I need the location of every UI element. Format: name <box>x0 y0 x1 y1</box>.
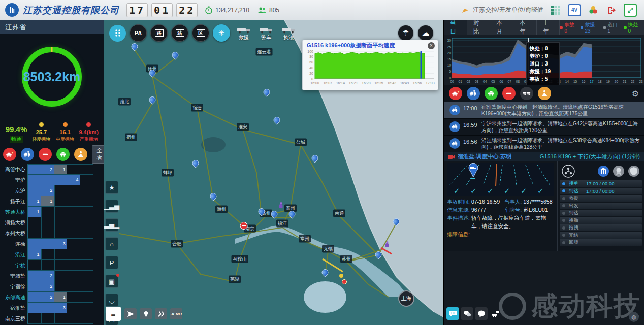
field-label: 信息来源: <box>447 206 470 214</box>
closure-marker-icon[interactable] <box>240 222 248 230</box>
construction-filter-icon[interactable] <box>74 148 87 161</box>
medal-icon[interactable] <box>613 165 625 177</box>
camera-icon[interactable]: ▣ <box>105 275 118 288</box>
timeline-step[interactable]: 到达 <box>560 210 642 216</box>
jeno-badge[interactable]: JENO <box>170 308 182 319</box>
map-sign-icon-站[interactable]: 站 <box>171 24 188 42</box>
closure-filter-icon[interactable] <box>502 87 516 100</box>
cluster-pin-icon[interactable] <box>289 211 296 217</box>
timeline-step[interactable]: 拖拽 <box>560 224 642 231</box>
app-grid-icon[interactable] <box>550 4 562 16</box>
tab-当日[interactable]: 当日 <box>444 20 467 35</box>
car-message-icon[interactable] <box>489 307 502 320</box>
map-sign-icon-pa[interactable]: PA <box>130 24 147 42</box>
timeline-step[interactable]: 接单17:00 / 00:00 <box>560 180 642 187</box>
fullscreen-icon[interactable]: ⤢ <box>624 4 637 17</box>
wechat-icon[interactable] <box>461 307 473 320</box>
settings-gear-icon[interactable]: ⚙ <box>632 89 639 99</box>
user-info[interactable]: 江苏交控/开发单位/俞晓健 <box>462 6 543 14</box>
home-icon[interactable]: ⌂ <box>105 237 118 250</box>
city-label: 芜湖 <box>229 276 241 283</box>
accident-filter-icon[interactable] <box>449 87 462 100</box>
quick-clear-filter-icon[interactable] <box>56 148 70 161</box>
route-icon[interactable] <box>155 308 167 319</box>
cluster-pin-icon[interactable] <box>259 208 265 215</box>
map-vehicle-toggle[interactable]: 警车 <box>256 25 276 41</box>
cluster-pin-icon[interactable] <box>322 269 329 276</box>
cluster-pin-icon[interactable] <box>132 43 138 50</box>
palette-icon[interactable] <box>587 4 599 16</box>
map-menu-icon[interactable] <box>109 25 126 42</box>
field-label: 排障信息: <box>447 230 470 238</box>
timeline-step[interactable]: 到达17:00 / 00:00 <box>560 188 642 194</box>
hamburger-menu-icon[interactable]: ≡ <box>106 307 121 321</box>
warning-marker-icon[interactable] <box>339 274 343 278</box>
cluster-pin-icon[interactable] <box>393 218 400 225</box>
tab-上年[interactable]: 上年 <box>537 20 560 35</box>
popup-close-icon[interactable]: × <box>428 42 435 49</box>
legend-item: 快处 0 <box>624 21 640 34</box>
cluster-pin-icon[interactable] <box>172 52 179 58</box>
person-marker-icon[interactable] <box>279 202 283 208</box>
incident-marker-icon[interactable] <box>342 279 347 284</box>
cluster-pin-icon[interactable] <box>274 117 280 123</box>
message-icon[interactable] <box>475 307 488 320</box>
tab-本月[interactable]: 本月 <box>490 20 513 35</box>
timeline-step[interactable]: 换胎 <box>560 217 642 224</box>
bar-chart-icon[interactable]: ▃▅▂ <box>105 218 118 232</box>
province-map[interactable]: 徐州连云港宿迁淮北宿州淮安盐城蚌埠泰州扬州南京镇江常州无锡苏州南通滁州合肥马鞍山… <box>104 20 443 325</box>
weather-icon[interactable]: ☂ <box>398 25 413 41</box>
cluster-pin-icon[interactable] <box>312 155 318 161</box>
cluster-pin-icon[interactable] <box>271 211 278 217</box>
signal-chart-icon[interactable]: ▁▃▅ <box>105 200 118 213</box>
congestion-filter-icon[interactable] <box>520 87 533 100</box>
tunnel-icon[interactable]: ◡ <box>105 294 118 307</box>
event-row[interactable]: 17:00宿淮盐调度中心接到一起清障请求。清障地点在G1516盐洛高速K196+… <box>444 102 644 119</box>
field-label: 车牌号: <box>504 206 522 214</box>
4v-icon[interactable]: 4V <box>568 4 581 16</box>
timeline-step[interactable]: 完结 <box>560 232 642 239</box>
road-condition-icon[interactable]: ✳ <box>213 24 230 42</box>
svg-text:02: 02 <box>467 80 471 83</box>
dispatch-source[interactable]: 宿淮盐-调度中心-苏明 <box>448 153 511 160</box>
send-icon[interactable] <box>124 308 137 319</box>
map-sign-icon-路[interactable]: 路 <box>150 24 168 42</box>
company-icon[interactable] <box>597 165 609 177</box>
tab-对比[interactable]: 对比 <box>467 20 491 35</box>
org-structure-icon[interactable] <box>562 165 575 178</box>
event-row[interactable]: 16:59宁沪常州接到一起清障请求。清障地点在G42沪蓉高速K155+000(上… <box>444 119 644 136</box>
timeline-step[interactable]: 救援 <box>560 195 642 202</box>
parking-icon[interactable]: P <box>105 256 118 269</box>
logout-icon[interactable] <box>605 4 618 16</box>
event-row[interactable]: 16:56沿江锡常接到一起清障请求。清障地点在S38常合高速K84+000(常熟… <box>444 136 644 152</box>
map-sign-icon-区[interactable]: 区 <box>192 24 209 42</box>
closure-filter-icon[interactable] <box>39 148 52 161</box>
gis-pin-icon[interactable] <box>140 308 152 319</box>
chat-bubble-icon[interactable] <box>446 307 459 320</box>
shanghai-badge[interactable]: 上海 <box>398 290 414 307</box>
city-label: 苏州 <box>340 255 352 263</box>
cloud-icon[interactable]: ☁ <box>418 25 433 41</box>
person-marker-icon[interactable] <box>385 241 390 247</box>
cluster-pin-icon[interactable] <box>264 89 270 95</box>
cluster-pin-icon[interactable] <box>192 160 199 167</box>
timeline-step[interactable]: 出发 <box>560 203 642 209</box>
cluster-pin-icon[interactable] <box>210 193 217 200</box>
accident-filter-icon[interactable] <box>3 148 16 161</box>
rescue-filter-icon[interactable] <box>21 148 34 161</box>
cluster-pin-icon[interactable] <box>375 251 382 258</box>
police-badge-icon[interactable] <box>628 165 640 177</box>
svg-text:20: 20 <box>447 51 452 55</box>
bar-plot <box>27 313 93 324</box>
bar-secondary: 1 <box>41 196 54 206</box>
quick-clear-filter-icon[interactable] <box>485 87 498 100</box>
tab-本年[interactable]: 本年 <box>513 20 537 35</box>
network-globe-icon[interactable]: ◍ <box>629 312 639 322</box>
favorites-icon[interactable]: ★ <box>105 181 118 194</box>
construction-filter-icon[interactable] <box>538 87 551 100</box>
cluster-pin-icon[interactable] <box>149 70 156 76</box>
rescue-filter-icon[interactable] <box>467 87 480 100</box>
map-vehicle-toggle[interactable]: 救援 <box>234 25 254 41</box>
map-vehicle-toggle[interactable]: 执法 <box>278 25 299 41</box>
cluster-pin-icon[interactable] <box>149 96 156 103</box>
